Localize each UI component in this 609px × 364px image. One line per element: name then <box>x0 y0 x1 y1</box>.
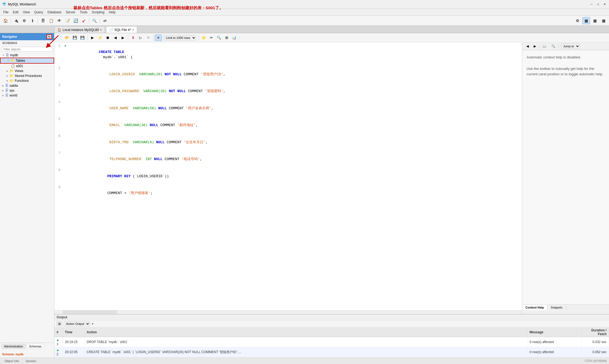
tree-table-s001[interactable]: 📋 s001 <box>0 64 54 69</box>
schema-sys-label: sys <box>10 89 14 92</box>
sql-tab-label: SQL File 4* <box>114 28 131 32</box>
refresh-schemas-btn[interactable]: ↻ <box>47 34 52 39</box>
columns-btn[interactable]: ⊞ <box>223 35 230 41</box>
administration-tab[interactable]: Administration <box>2 344 26 349</box>
save-file-btn[interactable]: 💾 <box>71 35 78 41</box>
action-output-select[interactable]: Action Output Text Output <box>64 321 90 326</box>
stop-script-btn[interactable]: ⏸ <box>129 35 137 41</box>
manage-connections-btn[interactable]: ⚙ <box>20 17 28 24</box>
search-btn[interactable]: 🔍 <box>91 17 98 24</box>
menu-query[interactable]: Query <box>32 10 45 15</box>
output-dropdown-arrow[interactable]: ▾ <box>92 322 94 326</box>
close-button[interactable]: ✕ <box>602 2 607 7</box>
new-file-btn[interactable]: 📄 <box>56 35 63 41</box>
line-num-9: 9 <box>54 185 63 189</box>
context-help-prev-btn[interactable]: ◀ <box>524 43 531 49</box>
object-info-tab[interactable]: Object Info <box>2 359 21 363</box>
new-view-btn[interactable]: 👁 <box>55 17 63 24</box>
sakila-db-icon: 🗄 <box>5 84 8 88</box>
migration-btn[interactable]: ⇄ <box>101 17 109 24</box>
right-panel: ◀ ▶ 📖 🔍 Jump to Automatic context help i… <box>522 42 609 310</box>
code-editor[interactable]: 1 ● CREATE TABLE `mydb`.`s001` ( 2 `LOGI… <box>54 42 522 310</box>
execute-selection-btn[interactable]: ⚡ <box>97 35 104 41</box>
execute-btn[interactable]: ▶ <box>89 35 96 41</box>
info-btn[interactable]: ℹ <box>29 17 36 24</box>
save-script-btn[interactable]: 💾 <box>79 35 86 41</box>
col-username: `USER_NAME` <box>107 106 131 110</box>
context-help-toggle-btn[interactable]: 🔍 <box>549 43 557 49</box>
type-varchar5: VARCHAR(30) <box>124 123 148 127</box>
menu-file[interactable]: File <box>1 10 11 15</box>
settings-icon[interactable]: ⚙ <box>574 17 581 24</box>
type-varchar6: VARCHAR(8) <box>133 140 154 144</box>
jump-to-select[interactable]: Jump to <box>561 43 580 49</box>
context-help-next-btn[interactable]: ▶ <box>532 43 538 49</box>
tree-procedures-folder[interactable]: ▶ 📁 Stored Procedures <box>0 73 54 78</box>
stop-btn[interactable]: ⏹ <box>104 35 111 41</box>
layout-btn2[interactable]: ▦ <box>591 17 599 24</box>
menu-scripting[interactable]: Scripting <box>89 10 107 15</box>
layout-btn3[interactable]: ▦ <box>600 17 607 24</box>
home-tab-close[interactable]: ✕ <box>100 28 102 31</box>
next-btn[interactable]: ▶ <box>119 35 126 41</box>
cancel-btn[interactable]: ✕ <box>145 35 152 41</box>
comma4: , <box>211 106 214 110</box>
tree-views-folder[interactable]: ▶ 📁 Views <box>0 69 54 73</box>
menu-tools[interactable]: Tools <box>78 10 89 15</box>
schemas-tab[interactable]: Schemas <box>27 344 44 349</box>
minimize-button[interactable]: ─ <box>589 2 594 7</box>
sql-tab-close[interactable]: ✕ <box>132 28 134 31</box>
sql-tab[interactable]: 📄 SQL File 4* ✕ <box>106 26 137 33</box>
table-icon: 📋 <box>11 64 15 68</box>
tree-tables-folder[interactable]: ▼ 📁 Tables <box>0 58 54 64</box>
hscroll-thumb[interactable] <box>63 310 117 314</box>
explain-btn[interactable]: 📊 <box>231 35 238 41</box>
layout-btn1[interactable]: ▦ <box>582 17 590 24</box>
menu-help[interactable]: Help <box>107 10 118 15</box>
tree-functions-folder[interactable]: ▶ 📁 Functions <box>0 78 54 83</box>
hscroll[interactable] <box>54 310 522 314</box>
snippets-tab[interactable]: Snippets <box>548 305 566 310</box>
title-bar: 🐬 MySQL Workbench ─ □ ✕ <box>0 0 609 9</box>
context-help-manual-btn[interactable]: 📖 <box>540 43 548 49</box>
col-header-num: # <box>54 328 63 337</box>
line-marker-7 <box>63 151 68 151</box>
maximize-button[interactable]: □ <box>596 2 600 7</box>
row2-duration: 0.062 sec <box>582 347 609 357</box>
continue-btn[interactable]: ▷ <box>137 35 144 41</box>
filter-input[interactable] <box>2 47 52 52</box>
open-file-btn[interactable]: 📂 <box>64 35 71 41</box>
toggle-result-btn[interactable]: ≡ <box>155 35 162 41</box>
reverse-engineer-btn[interactable]: 🔄 <box>72 17 79 24</box>
editor-right-wrapper: 📄 📂 💾 💾 ▶ ⚡ ⏹ ◀ ▶ ⏸ ▷ ✕ ≡ Limit to 1000 … <box>54 33 609 357</box>
menu-database[interactable]: Database <box>45 10 64 15</box>
forward-engineer-btn[interactable]: ↙ <box>80 17 88 24</box>
menu-server[interactable]: Server <box>64 10 78 15</box>
home-tab[interactable]: 🏠 Local instance MySQL80 ✕ <box>54 26 105 33</box>
bookmark-btn[interactable]: ⭐ <box>200 35 207 41</box>
new-connection-btn[interactable]: 🔌 <box>12 17 20 24</box>
home-btn[interactable]: 🏠 <box>2 17 9 24</box>
schema-sys[interactable]: ▶ 🗄 sys <box>0 88 54 93</box>
notnull2 <box>162 72 165 76</box>
schema-sakila[interactable]: ▶ 🗄 sakila <box>0 83 54 88</box>
session-tab[interactable]: Session <box>23 359 39 363</box>
menu-edit[interactable]: Edit <box>11 10 21 15</box>
null5 <box>148 123 150 127</box>
menu-view[interactable]: View <box>21 10 32 15</box>
new-table-btn[interactable]: 📋 <box>47 17 55 24</box>
format-btn[interactable]: ✏ <box>208 35 215 41</box>
schema-mydb[interactable]: ▼ 🗄 mydb <box>0 53 54 58</box>
title-bar-controls[interactable]: ─ □ ✕ <box>589 2 607 7</box>
new-routine-btn[interactable]: 📝 <box>64 17 71 24</box>
search-sql-btn[interactable]: 🔍 <box>215 35 222 41</box>
editor-row: 1 ● CREATE TABLE `mydb`.`s001` ( 2 `LOGI… <box>54 42 609 310</box>
code-line-9: 9 COMMENT = '用户情报表'; <box>54 185 522 202</box>
limit-select[interactable]: Limit to 1000 rows Limit to 10 rows Limi… <box>163 35 196 41</box>
context-help-tab[interactable]: Context Help <box>522 305 548 310</box>
schema-world[interactable]: ▶ 🗄 world <box>0 93 54 98</box>
app-title: MySQL Workbench <box>8 2 36 6</box>
new-schema-btn[interactable]: 🗄 <box>39 17 47 24</box>
prev-btn[interactable]: ◀ <box>112 35 119 41</box>
status-ok-2: ● <box>57 348 59 352</box>
